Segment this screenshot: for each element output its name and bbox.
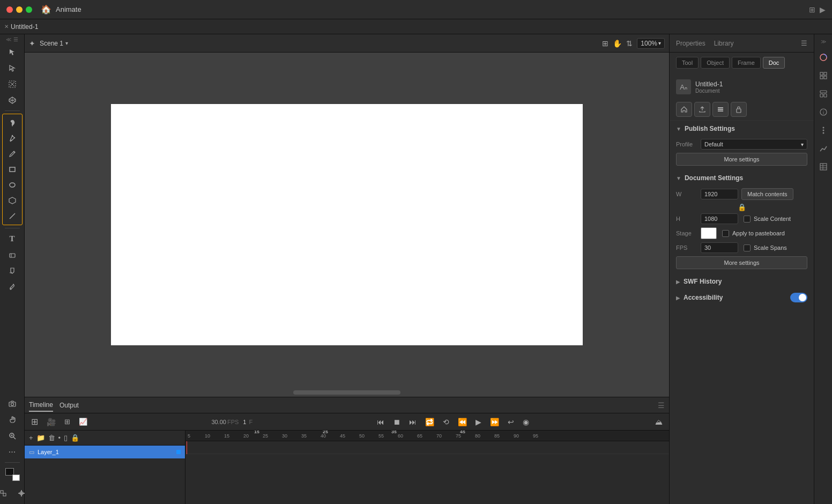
maximize-button[interactable] (26, 6, 32, 13)
fps-input[interactable] (701, 242, 738, 253)
play-btn[interactable]: ▶ (473, 417, 484, 427)
sub-tab-frame[interactable]: Frame (732, 57, 761, 69)
accessibility-toggle[interactable] (790, 293, 807, 302)
height-input[interactable] (701, 213, 738, 224)
width-input[interactable] (701, 189, 738, 199)
svg-point-11 (10, 183, 15, 187)
pencil-tool-btn[interactable] (4, 146, 21, 161)
graph-icon[interactable]: 📈 (77, 417, 90, 427)
zoom-tool-btn[interactable] (4, 428, 21, 443)
tab-label[interactable]: Untitled-1 (11, 23, 38, 31)
fit-timeline-icon[interactable]: ⛰ (653, 417, 665, 427)
undo-icon[interactable]: ↩ (506, 417, 516, 427)
scene-settings-icon[interactable]: ⇅ (626, 39, 633, 48)
apply-pasteboard-checkbox[interactable] (722, 230, 729, 237)
skip-start-btn[interactable]: ⏮ (375, 417, 387, 427)
add-layer-icon[interactable]: ⊞ (29, 416, 40, 428)
delete-layer-btn[interactable]: 🗑 (48, 434, 55, 442)
sub-tab-object[interactable]: Object (701, 57, 730, 69)
toolbar-menu-icon[interactable]: ☰ (13, 36, 18, 42)
onion-skin-icon[interactable]: ◉ (521, 417, 531, 427)
stage-color-picker[interactable] (701, 227, 717, 239)
zoom-selector[interactable]: 100% ▾ (637, 38, 665, 49)
tab-output[interactable]: Output (60, 399, 79, 411)
oval-tool-btn[interactable] (4, 177, 21, 192)
fr-dots-icon[interactable] (816, 123, 831, 138)
next-frame-btn[interactable]: ⏩ (488, 417, 501, 427)
hand-tool-btn[interactable] (4, 412, 21, 427)
fill-tool-btn[interactable] (4, 263, 21, 278)
more-tools-btn[interactable]: ··· (4, 444, 21, 459)
camera-tool-btn[interactable] (4, 396, 21, 411)
prev-frame-btn[interactable]: ⏪ (456, 417, 469, 427)
close-button[interactable] (6, 6, 13, 13)
minimize-button[interactable] (16, 6, 23, 13)
doc-more-settings-btn[interactable]: More settings (676, 256, 807, 269)
loop-icon[interactable]: 🔁 (423, 417, 436, 427)
publish-more-settings-btn[interactable]: More settings (676, 153, 807, 166)
skip-end-btn[interactable]: ⏭ (407, 417, 419, 427)
layer-row[interactable]: ▭ Layer_1 (25, 446, 185, 458)
add-folder-btn[interactable]: 📁 (36, 434, 45, 442)
eyedropper-tool-btn[interactable] (4, 279, 21, 294)
doc-icon-publish[interactable] (694, 102, 710, 117)
3d-tool-btn[interactable] (4, 93, 21, 108)
document-settings-section-header[interactable]: ▼ Document Settings (670, 170, 814, 186)
snap-align-btn[interactable] (0, 486, 12, 501)
doc-icon-lock[interactable] (731, 102, 747, 117)
tab-close-button[interactable]: ✕ (4, 24, 9, 29)
fr-grid-icon[interactable] (816, 68, 831, 83)
wh-lock-icon[interactable]: 🔒 (737, 203, 747, 211)
panel-list-icon[interactable]: ☰ (801, 39, 807, 47)
subselection-tool-btn[interactable] (4, 61, 21, 76)
transform-tool-btn[interactable] (4, 77, 21, 92)
doc-icon-settings[interactable] (712, 102, 729, 117)
timeline-menu-icon[interactable]: ☰ (658, 401, 665, 410)
profile-dropdown[interactable]: Default ▾ (701, 139, 807, 150)
loop-section-icon[interactable]: ⟲ (441, 417, 451, 427)
svg-rect-33 (824, 76, 827, 79)
add-layer-btn[interactable]: + (29, 434, 33, 442)
fr-info-icon[interactable]: i (816, 105, 831, 120)
polygon-tool-btn[interactable] (4, 193, 21, 208)
rect-tool-btn[interactable] (4, 162, 21, 177)
scale-spans-checkbox[interactable] (744, 244, 751, 251)
right-collapse-icon[interactable]: ≫ (821, 39, 826, 45)
pen-tool-btn[interactable] (4, 131, 21, 146)
text-tool-btn[interactable]: T (4, 231, 21, 246)
horizontal-scrollbar[interactable] (293, 390, 400, 395)
fit-scene-icon[interactable]: ⊞ (602, 39, 608, 48)
paintbrush-tool-btn[interactable] (4, 115, 21, 130)
toolbar-collapse-icon[interactable]: ≪ (6, 36, 11, 42)
stage-canvas[interactable] (111, 104, 583, 345)
layer-lock-icon[interactable]: 🔒 (71, 434, 79, 442)
match-contents-btn[interactable]: Match contents (741, 188, 793, 200)
layer-frame-icon[interactable]: ▯ (64, 434, 68, 442)
publish-settings-section-header[interactable]: ▼ Publish Settings (670, 121, 814, 137)
fr-color-icon[interactable] (816, 50, 831, 65)
selection-tool-btn[interactable] (4, 45, 21, 60)
clip-icon[interactable]: ✋ (613, 39, 622, 48)
sub-tab-tool[interactable]: Tool (676, 57, 699, 69)
fr-components-icon[interactable] (816, 86, 831, 101)
accessibility-section[interactable]: ▶ Accessibility (670, 290, 814, 306)
scene-selector[interactable]: Scene 1 ▾ (40, 40, 68, 47)
swap-colors-btn[interactable] (3, 466, 21, 483)
eraser-tool-btn[interactable] (4, 247, 21, 262)
tab-library[interactable]: Library (714, 38, 734, 49)
stop-btn[interactable]: ⏹ (391, 417, 403, 427)
distribute-icon[interactable]: ⊞ (62, 417, 72, 427)
doc-icon-home[interactable] (676, 102, 692, 117)
line-tool-btn[interactable] (4, 209, 21, 224)
scale-content-checkbox[interactable] (744, 216, 751, 223)
tab-timeline[interactable]: Timeline (29, 399, 53, 412)
play-button[interactable]: ▶ (820, 5, 826, 14)
camera-tl-icon[interactable]: 🎥 (44, 417, 58, 427)
fr-table-icon[interactable] (816, 159, 831, 174)
layer-dot-icon[interactable]: • (58, 434, 61, 442)
sub-tab-doc[interactable]: Doc (763, 57, 785, 69)
tab-properties[interactable]: Properties (676, 38, 705, 49)
fr-chart-icon[interactable] (816, 141, 831, 156)
tile-window-button[interactable]: ⊞ (809, 5, 815, 14)
swf-history-section-header[interactable]: ▶ SWF History (670, 273, 814, 290)
